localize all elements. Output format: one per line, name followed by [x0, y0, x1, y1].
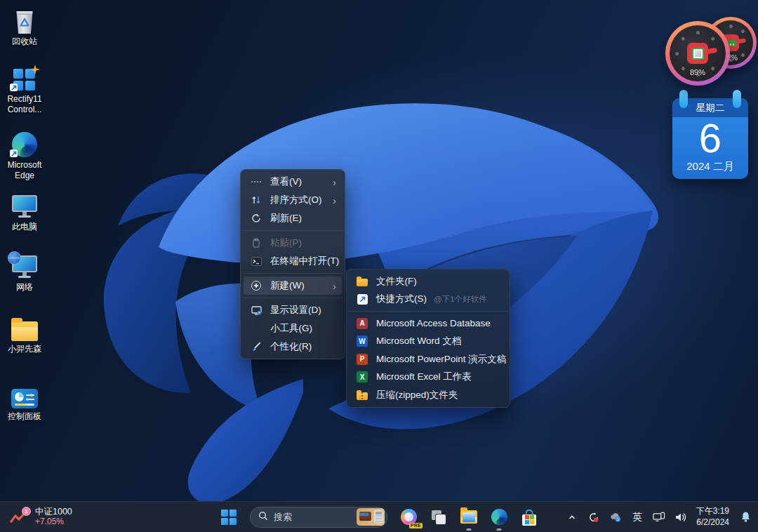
zip-folder-icon [357, 390, 368, 401]
menu-item-paste: 粘贴(P) [244, 234, 342, 252]
desktop-icon-user-folder[interactable]: 小羿先森 [1, 313, 48, 354]
context-menu: 查看(V) › 排序方式(O) › 刷新(E) 粘贴(P) 在终端中打开(T) … [240, 169, 345, 359]
taskbar-stock-widget[interactable]: 1 中证1000 +7.05% [10, 502, 72, 532]
calendar-widget[interactable]: 星期二 6 2024 二月 [672, 98, 748, 179]
store-icon [521, 509, 538, 526]
terminal-icon [251, 255, 262, 267]
desktop-icon-label: 此电脑 [1, 222, 48, 232]
submenu-item-word[interactable]: W Microsoft Word 文档 [350, 333, 507, 351]
search-box[interactable]: 搜索 [250, 507, 387, 528]
display-phone-icon [653, 512, 665, 523]
cloud-sync-tray-button[interactable] [609, 511, 622, 524]
display-settings-icon [251, 305, 262, 316]
clock-date: 6/2/2024 [696, 517, 729, 528]
gauge-tick [710, 36, 715, 41]
task-view-button[interactable] [430, 508, 448, 526]
desktop-icon-label: 控制面板 [1, 411, 48, 422]
sort-icon [251, 194, 262, 206]
clock-time: 下午3:19 [696, 506, 729, 517]
submenu-item-excel[interactable]: X Microsoft Excel 工作表 [350, 368, 507, 387]
paste-icon [251, 237, 262, 248]
update-tray-button[interactable] [587, 511, 600, 524]
menu-item-open-in-terminal[interactable]: 在终端中打开(T) [244, 252, 342, 270]
edge-button[interactable] [490, 508, 508, 526]
menu-item-widgets[interactable]: 小工具(G) [244, 319, 342, 338]
chevron-right-icon: › [333, 195, 336, 206]
file-explorer-icon [460, 510, 477, 524]
ime-indicator[interactable]: 英 [631, 511, 644, 524]
desktop-icon-rectify11[interactable]: Rectify11 Control... [1, 62, 48, 115]
refresh-icon [251, 213, 262, 224]
desktop-icon-label: 小羿先森 [1, 344, 48, 354]
powerpoint-icon: P [357, 354, 368, 365]
excel-icon: X [357, 371, 368, 383]
desktop-icon-label: Rectify11 Control... [1, 94, 48, 115]
new-plus-icon [251, 280, 262, 291]
desktop-icon-control-panel[interactable]: 控制面板 [1, 380, 48, 422]
new-submenu: 文件夹(F) 快捷方式(S) @下1个好软件 A Microsoft Acces… [346, 269, 510, 408]
desktop-wallpaper [0, 0, 758, 532]
notification-bell-button[interactable] [738, 510, 752, 524]
start-button[interactable] [220, 508, 238, 526]
widgets-icon [251, 323, 262, 334]
submenu-item-access[interactable]: A Microsoft Access Database [350, 314, 507, 333]
menu-separator [348, 311, 508, 312]
calendar-month: 2024 二月 [672, 160, 748, 173]
gauge-tick [675, 52, 679, 55]
taskbar: 1 中证1000 +7.05% 搜索 PRE [0, 501, 758, 532]
search-icon [258, 511, 268, 524]
desktop-icon-this-pc[interactable]: 此电脑 [1, 191, 48, 232]
submenu-item-folder[interactable]: 文件夹(F) [350, 272, 507, 291]
submenu-item-powerpoint[interactable]: P Microsoft PowerPoint 演示文稿 [350, 350, 507, 368]
microsoft-store-button[interactable] [520, 508, 538, 526]
sparkle-icon [30, 65, 40, 74]
submenu-item-zip-folder[interactable]: 压缩(zipped)文件夹 [350, 386, 507, 404]
desktop-icon-network[interactable]: 网络 [1, 251, 48, 293]
wallpaper-glow [0, 0, 758, 532]
speaker-icon [674, 512, 687, 523]
volume-tray-button[interactable] [674, 511, 687, 524]
file-explorer-button[interactable] [460, 508, 478, 526]
desktop-icon-edge[interactable]: Microsoft Edge [1, 129, 48, 181]
copilot-button[interactable]: PRE [399, 508, 418, 526]
globe-icon [8, 251, 21, 265]
menu-item-personalize[interactable]: 个性化(R) [244, 338, 342, 356]
windows-logo-icon [221, 510, 237, 525]
cloud-icon [609, 511, 622, 523]
running-indicator [497, 528, 502, 531]
folder-icon [357, 276, 368, 287]
gauge-hub [687, 43, 708, 64]
calendar-ring [733, 90, 741, 108]
menu-item-sort-by[interactable]: 排序方式(O) › [244, 191, 342, 209]
menu-separator [242, 230, 343, 231]
search-highlight-image [357, 508, 385, 526]
menu-item-display-settings[interactable]: 显示设置(D) [244, 301, 342, 319]
task-view-icon [431, 510, 446, 525]
calendar-day: 6 [672, 117, 748, 159]
gauge-tick [696, 31, 700, 34]
watermark-text: @下1个好软件 [434, 294, 487, 305]
cpu-usage-value: 89% [670, 68, 726, 77]
edge-icon [491, 509, 507, 525]
cpu-gauge-widget[interactable]: 89% [665, 21, 730, 86]
hardware-tray-button[interactable] [653, 511, 665, 524]
desktop-icon-label: Microsoft Edge [1, 160, 48, 181]
desktop-icon-recycle-bin[interactable]: 回收站 [1, 6, 48, 47]
menu-item-new[interactable]: 新建(W) › [244, 277, 342, 295]
search-placeholder: 搜索 [274, 511, 351, 524]
control-panel-icon [11, 389, 38, 408]
bell-icon [740, 511, 752, 524]
stock-chart-icon: 1 [10, 508, 29, 526]
menu-item-view[interactable]: 查看(V) › [244, 173, 342, 191]
show-hidden-icons-button[interactable] [566, 511, 578, 524]
chevron-right-icon: › [333, 177, 336, 187]
recycle-bin-icon [15, 11, 34, 34]
access-icon: A [357, 318, 368, 329]
this-pc-icon [12, 195, 37, 219]
menu-item-refresh[interactable]: 刷新(E) [244, 209, 342, 227]
submenu-item-shortcut[interactable]: 快捷方式(S) @下1个好软件 [350, 291, 507, 309]
taskbar-clock[interactable]: 下午3:19 6/2/2024 [696, 506, 729, 528]
stock-badge: 1 [22, 507, 31, 516]
chevron-up-icon [567, 512, 577, 522]
desktop-icon-label: 网络 [1, 282, 48, 293]
